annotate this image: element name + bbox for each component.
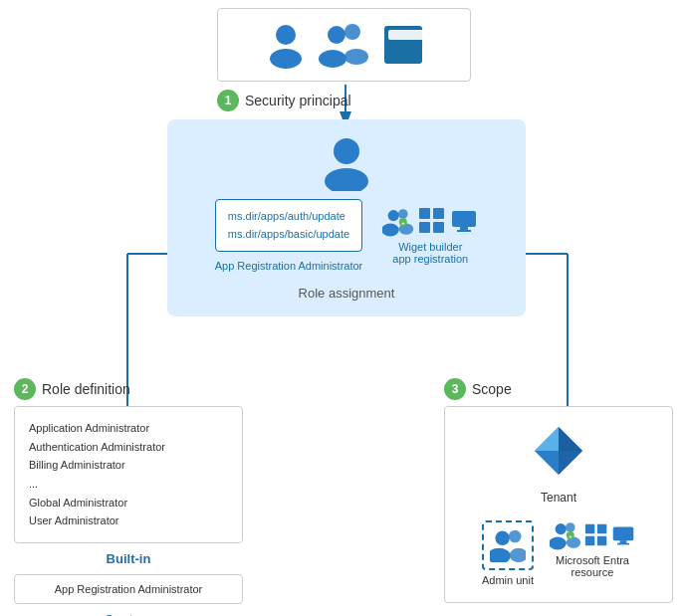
svg-rect-50	[613, 526, 634, 540]
svg-point-17	[325, 168, 368, 191]
svg-rect-26	[419, 222, 430, 233]
role-definition-section: Application Administrator Authentication…	[14, 406, 243, 616]
ms-entra-group-icon: +	[550, 520, 581, 550]
builtin-item-2: Authentication Administrator	[29, 438, 228, 457]
permission-2: ms.dir/apps/basic/update	[228, 226, 349, 244]
role-assignment-box: ms.dir/apps/auth/update ms.dir/apps/basi…	[167, 119, 526, 316]
svg-point-20	[398, 209, 408, 219]
svg-point-42	[566, 522, 575, 532]
svg-marker-34	[535, 451, 559, 475]
svg-point-36	[495, 531, 509, 545]
svg-point-37	[490, 548, 511, 562]
svg-rect-48	[585, 536, 594, 545]
svg-marker-32	[559, 427, 582, 451]
custom-label: Custom	[14, 612, 243, 616]
group-icon	[319, 21, 370, 69]
step1-text: Security principal	[245, 93, 351, 108]
monitor-icon	[450, 207, 478, 235]
step3-text: Scope	[472, 381, 512, 397]
role-name-label: App Registration Administrator	[215, 260, 363, 272]
admin-unit-item: Admin unit	[482, 520, 534, 586]
svg-point-38	[509, 530, 522, 543]
ms-entra-grid-icon	[584, 523, 608, 547]
svg-point-9	[270, 49, 302, 69]
svg-point-8	[276, 25, 296, 45]
custom-item-text: App Registration Administrator	[55, 583, 203, 595]
step3-label: 3 Scope	[444, 378, 673, 400]
svg-point-16	[334, 138, 359, 164]
builtin-item-ellipsis: ...	[29, 475, 228, 494]
app-registration-label: Wiget builderapp registration	[392, 241, 468, 265]
svg-rect-30	[457, 230, 471, 232]
permission-1: ms.dir/apps/auth/update	[228, 208, 349, 226]
svg-point-40	[556, 523, 567, 534]
svg-marker-35	[559, 451, 582, 475]
custom-box: App Registration Administrator	[14, 574, 243, 604]
step2-circle: 2	[14, 378, 36, 400]
builtin-item-1: Application Administrator	[29, 419, 228, 438]
svg-rect-27	[433, 222, 444, 233]
admin-unit-label: Admin unit	[482, 574, 534, 586]
permissions-box: ms.dir/apps/auth/update ms.dir/apps/basi…	[215, 199, 362, 252]
admin-unit-box	[482, 520, 534, 570]
builtin-item-6: User Administrator	[29, 512, 228, 530]
scope-section: Tenant Admin unit	[444, 406, 673, 603]
svg-point-39	[510, 548, 526, 562]
step3-circle: 3	[444, 378, 466, 400]
svg-rect-52	[617, 543, 629, 545]
scope-box: Tenant Admin unit	[444, 406, 673, 603]
app-icons-row: +	[382, 207, 478, 237]
builtin-item-3: Billing Administrator	[29, 456, 228, 475]
step2-text: Role definition	[42, 381, 130, 397]
svg-point-18	[388, 210, 399, 221]
permissions-section: ms.dir/apps/auth/update ms.dir/apps/basi…	[215, 199, 363, 272]
builtin-item-5: Global Administrator	[29, 494, 228, 513]
svg-rect-47	[597, 524, 606, 533]
scope-sub-items: Admin unit +	[482, 520, 635, 586]
svg-point-19	[382, 223, 399, 236]
svg-rect-49	[597, 536, 606, 545]
role-person-icon	[321, 135, 372, 191]
app-icon	[382, 24, 424, 66]
diagram-container: 1 Security principal ms.dir/apps/auth/up…	[0, 0, 687, 616]
svg-rect-15	[388, 30, 424, 40]
svg-rect-25	[433, 208, 444, 219]
ms-entra-label: Microsoft Entraresource	[556, 554, 629, 578]
app-registration-section: + Wiget builder	[382, 207, 478, 265]
step1-circle: 1	[217, 90, 239, 111]
grid-icon	[418, 207, 446, 235]
svg-marker-33	[535, 427, 559, 451]
svg-point-10	[328, 26, 345, 44]
builtin-list-box: Application Administrator Authentication…	[14, 406, 243, 543]
step1-label: 1 Security principal	[217, 90, 351, 111]
svg-rect-46	[585, 524, 594, 533]
svg-rect-28	[452, 211, 476, 227]
svg-point-41	[550, 537, 567, 550]
svg-rect-24	[419, 208, 430, 219]
step2-label: 2 Role definition	[14, 378, 130, 400]
tenant-label: Tenant	[541, 491, 576, 505]
role-assignment-inner: ms.dir/apps/auth/update ms.dir/apps/basi…	[215, 199, 479, 272]
tenant-icon	[531, 423, 586, 479]
svg-point-11	[319, 50, 346, 68]
security-principal-box	[217, 8, 471, 82]
role-assignment-label: Role assignment	[299, 286, 395, 301]
svg-point-13	[344, 49, 368, 65]
app-group-icon: +	[382, 207, 414, 237]
admin-unit-icon	[490, 528, 526, 562]
user-icon	[265, 21, 307, 69]
ms-entra-monitor-icon	[611, 523, 635, 547]
ms-entra-item: + Microso	[550, 520, 635, 586]
builtin-label: Built-in	[14, 551, 243, 566]
ms-entra-icons: +	[550, 520, 635, 550]
svg-point-12	[344, 24, 360, 40]
